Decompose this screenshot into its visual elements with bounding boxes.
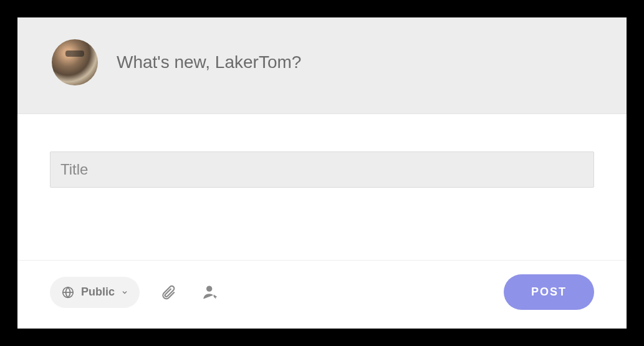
avatar[interactable]: [52, 39, 98, 85]
visibility-selector[interactable]: Public: [50, 277, 140, 308]
paperclip-icon: [160, 284, 176, 300]
post-button[interactable]: POST: [504, 274, 594, 310]
composer-body: [17, 114, 627, 260]
title-input[interactable]: [50, 151, 594, 188]
tag-people-button[interactable]: [197, 279, 224, 306]
post-composer: What's new, LakerTom? Public: [17, 17, 627, 329]
composer-prompt[interactable]: What's new, LakerTom?: [117, 52, 301, 72]
globe-icon: [61, 286, 75, 299]
composer-header: What's new, LakerTom?: [17, 17, 627, 114]
chevron-down-icon: [121, 289, 128, 296]
person-tag-icon: [202, 284, 219, 301]
svg-point-4: [206, 286, 212, 291]
composer-footer: Public POST: [17, 260, 627, 329]
attachment-button[interactable]: [155, 279, 182, 306]
visibility-label: Public: [81, 286, 115, 299]
